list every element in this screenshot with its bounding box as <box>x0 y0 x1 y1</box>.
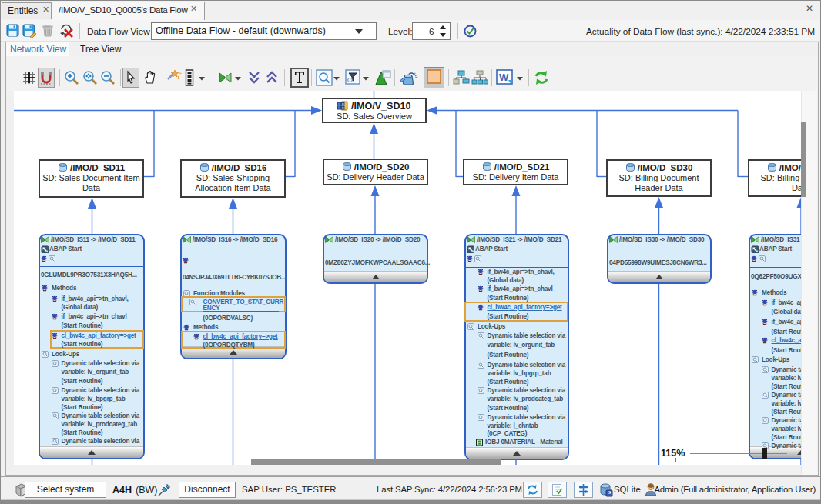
svg-text:W: W <box>499 72 509 83</box>
